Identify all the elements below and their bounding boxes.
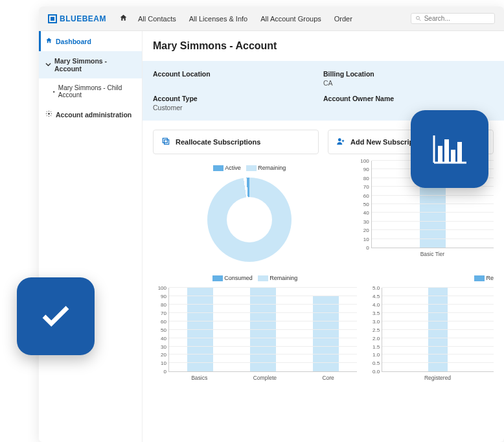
sidebar-child-label: Mary Simmons - Child Account bbox=[58, 84, 135, 99]
donut-chart-panel: Active Remaining bbox=[153, 161, 347, 262]
bar-chart-registered: Re 0.00.51.01.52.02.53.03.54.04.55.0 Reg… bbox=[366, 271, 494, 381]
legend-swatch-consumed bbox=[212, 275, 223, 281]
bullet-icon: ▪ bbox=[53, 89, 55, 95]
y-tick: 20 bbox=[154, 352, 166, 358]
brand-text: BLUEBEAM bbox=[60, 14, 106, 23]
gridline bbox=[169, 346, 357, 347]
reallocate-label: Reallocate Subscriptions bbox=[176, 138, 260, 146]
gridline bbox=[169, 362, 357, 363]
xlabel-core: Core bbox=[322, 375, 334, 381]
account-location-label: Account Location bbox=[153, 70, 323, 78]
search-input[interactable] bbox=[424, 15, 490, 22]
chevron-down-icon bbox=[45, 61, 51, 69]
y-tick: 10 bbox=[154, 360, 166, 366]
main-area: Dashboard Mary Simmons - Account ▪ Mary … bbox=[39, 31, 504, 442]
y-tick: 2.0 bbox=[367, 335, 380, 341]
y-tick: 30 bbox=[154, 343, 166, 349]
svg-rect-5 bbox=[165, 140, 169, 145]
home-icon[interactable] bbox=[119, 14, 128, 23]
consumed-legend: Consumed Remaining bbox=[153, 275, 357, 281]
gridline bbox=[382, 362, 494, 363]
y-tick: 10 bbox=[356, 236, 369, 242]
y-tick: 0 bbox=[356, 245, 369, 251]
sidebar-child-account[interactable]: ▪ Mary Simmons - Child Account bbox=[39, 78, 142, 104]
y-tick: 60 bbox=[154, 318, 166, 324]
bar-chart-consumed: Consumed Remaining 010203040506070809010… bbox=[153, 271, 357, 381]
sidebar-admin[interactable]: Account administration bbox=[39, 104, 142, 124]
gridline bbox=[382, 354, 494, 355]
gridline bbox=[382, 321, 494, 321]
svg-rect-12 bbox=[451, 150, 455, 163]
xlabel-basic-tier: Basic Tier bbox=[420, 251, 444, 257]
gridline bbox=[382, 296, 494, 296]
sidebar-account-label: Mary Simmons - Account bbox=[54, 57, 135, 73]
sidebar-dashboard[interactable]: Dashboard bbox=[39, 31, 142, 51]
y-tick: 30 bbox=[356, 218, 369, 224]
legend-remaining-label: Remaining bbox=[258, 165, 286, 171]
gridline bbox=[372, 229, 494, 230]
top-nav: BLUEBEAM All Contacts All Licenses & Inf… bbox=[39, 6, 504, 31]
gridline bbox=[169, 296, 357, 296]
svg-line-3 bbox=[419, 19, 420, 21]
logo-icon bbox=[48, 14, 57, 23]
gridline bbox=[382, 287, 494, 288]
gridline bbox=[382, 329, 494, 330]
gridline bbox=[169, 287, 357, 288]
y-tick: 50 bbox=[154, 327, 166, 332]
y-tick: 100 bbox=[356, 158, 369, 164]
floating-chart-badge bbox=[411, 110, 488, 188]
account-type-label: Account Type bbox=[153, 95, 323, 102]
nav-all-licenses[interactable]: All Licenses & Info bbox=[189, 15, 248, 23]
add-user-icon bbox=[336, 137, 345, 147]
bar-chart-icon bbox=[430, 133, 469, 165]
xlabel-complete: Complete bbox=[253, 375, 277, 381]
donut-legend: Active Remaining bbox=[153, 165, 347, 171]
legend-swatch-active bbox=[213, 165, 223, 171]
search-box[interactable] bbox=[411, 13, 495, 24]
y-tick: 100 bbox=[154, 285, 166, 291]
nav-order[interactable]: Order bbox=[334, 15, 352, 23]
nav-all-contacts[interactable]: All Contacts bbox=[138, 15, 176, 23]
y-tick: 0.0 bbox=[367, 369, 380, 375]
gridline bbox=[382, 312, 494, 313]
legend-remaining2-label: Remaining bbox=[269, 275, 297, 281]
y-tick: 4.0 bbox=[367, 302, 380, 308]
gridline bbox=[169, 321, 357, 321]
sidebar-account[interactable]: Mary Simmons - Account bbox=[39, 51, 142, 78]
sidebar: Dashboard Mary Simmons - Account ▪ Mary … bbox=[39, 31, 143, 442]
y-tick: 40 bbox=[356, 210, 369, 216]
check-icon bbox=[38, 299, 73, 334]
svg-point-2 bbox=[417, 16, 420, 19]
brand-logo[interactable]: BLUEBEAM bbox=[48, 14, 106, 23]
gridline bbox=[372, 195, 494, 196]
svg-rect-1 bbox=[51, 17, 54, 21]
legend-swatch-re bbox=[474, 275, 485, 281]
legend-active-label: Active bbox=[225, 165, 241, 171]
y-tick: 60 bbox=[356, 192, 369, 198]
reallocate-subscriptions-button[interactable]: Reallocate Subscriptions bbox=[153, 130, 319, 154]
gridline bbox=[382, 304, 494, 305]
y-tick: 70 bbox=[356, 184, 369, 190]
xlabel-registered: Registered bbox=[424, 375, 451, 381]
nav-all-groups[interactable]: All Account Groups bbox=[260, 15, 321, 23]
y-tick: 50 bbox=[356, 202, 369, 207]
svg-point-4 bbox=[48, 113, 50, 115]
y-tick: 1.5 bbox=[367, 343, 380, 349]
svg-rect-6 bbox=[163, 138, 167, 143]
home-icon bbox=[45, 37, 52, 45]
gridline bbox=[169, 338, 357, 338]
gridline bbox=[382, 338, 494, 338]
y-tick: 3.5 bbox=[367, 310, 380, 316]
y-tick: 90 bbox=[356, 167, 369, 172]
sidebar-admin-label: Account administration bbox=[56, 111, 132, 119]
bar-core bbox=[313, 296, 339, 371]
y-tick: 0.5 bbox=[367, 360, 380, 366]
y-tick: 1.0 bbox=[367, 352, 380, 358]
svg-rect-13 bbox=[457, 142, 462, 163]
y-tick: 70 bbox=[154, 310, 166, 316]
y-tick: 40 bbox=[154, 335, 166, 341]
gridline bbox=[382, 346, 494, 347]
y-tick: 20 bbox=[356, 227, 369, 233]
gear-icon bbox=[45, 110, 52, 119]
account-owner-label: Account Owner Name bbox=[323, 95, 494, 102]
